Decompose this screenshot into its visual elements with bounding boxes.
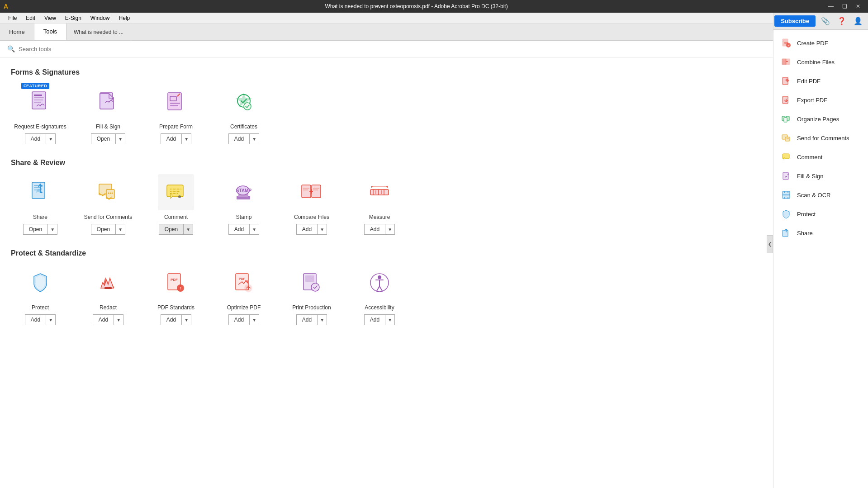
add-arrow-redact[interactable]: ▼ xyxy=(114,314,123,325)
tool-optimize-pdf: PDF Optimize PDF Add ▼ xyxy=(214,265,273,325)
user-icon[interactable]: 👤 xyxy=(852,15,864,27)
tool-print-production: Print Production Add ▼ xyxy=(282,265,341,325)
rp-protect[interactable]: Protect xyxy=(773,204,868,223)
rp-edit-pdf[interactable]: Edit PDF xyxy=(773,71,868,90)
create-pdf-icon: PDF+ xyxy=(781,38,792,48)
rp-organize-pages[interactable]: Organize Pages xyxy=(773,109,868,128)
restore-button[interactable]: ❑ xyxy=(838,0,851,13)
add-button-redact[interactable]: Add xyxy=(93,314,114,325)
open-button-send-for-comments[interactable]: Open xyxy=(91,224,116,235)
add-button-accessibility[interactable]: Add xyxy=(364,314,385,325)
menu-view[interactable]: View xyxy=(40,13,61,24)
add-button-stamp[interactable]: Add xyxy=(228,224,250,235)
svg-rect-7 xyxy=(168,93,181,110)
open-arrow-send-for-comments[interactable]: ▼ xyxy=(116,224,125,235)
open-arrow-fill-sign[interactable]: ▼ xyxy=(116,133,125,144)
add-arrow-protect[interactable]: ▼ xyxy=(46,314,56,325)
stamp-icon: STAMP xyxy=(232,180,256,204)
tool-name-prepare-form: Prepare Form xyxy=(159,123,193,130)
svg-text:!: ! xyxy=(180,286,181,290)
comment-icon xyxy=(164,180,188,204)
tool-name-fill-sign: Fill & Sign xyxy=(96,123,120,130)
rp-send-for-comments-label: Send for Comments xyxy=(797,135,849,142)
subscribe-button[interactable]: Subscribe xyxy=(774,15,816,27)
add-arrow-accessibility[interactable]: ▼ xyxy=(385,314,395,325)
tool-buttons-share: Open ▼ xyxy=(23,224,57,235)
tool-icon-pdf-standards: PDF ! xyxy=(158,265,194,301)
add-button-optimize-pdf[interactable]: Add xyxy=(228,314,250,325)
add-arrow-print-production[interactable]: ▼ xyxy=(318,314,327,325)
add-arrow-prepare-form[interactable]: ▼ xyxy=(182,133,191,144)
tool-buttons-accessibility: Add ▼ xyxy=(364,314,395,325)
menu-help[interactable]: Help xyxy=(114,13,135,24)
open-button-fill-sign[interactable]: Open xyxy=(91,133,116,144)
rp-scan-ocr-icon xyxy=(781,190,792,200)
add-button-prepare-form[interactable]: Add xyxy=(161,133,182,144)
svg-rect-55 xyxy=(305,275,314,282)
search-input[interactable] xyxy=(19,46,860,52)
svg-point-22 xyxy=(110,193,111,194)
tool-name-stamp: Stamp xyxy=(236,214,252,220)
redact-icon xyxy=(96,271,120,294)
open-arrow-share[interactable]: ▼ xyxy=(48,224,57,235)
close-button[interactable]: ✕ xyxy=(852,0,864,13)
menu-edit[interactable]: Edit xyxy=(21,13,40,24)
add-button-certificates[interactable]: Add xyxy=(228,133,250,144)
right-panel-top: Subscribe 📎 ❓ 👤 xyxy=(773,13,868,30)
add-arrow-optimize-pdf[interactable]: ▼ xyxy=(250,314,259,325)
svg-rect-4 xyxy=(34,102,41,103)
measure-icon xyxy=(368,180,391,204)
help-icon[interactable]: ❓ xyxy=(835,15,848,27)
minimize-button[interactable]: — xyxy=(825,0,837,13)
add-arrow-measure[interactable]: ▼ xyxy=(385,224,395,235)
tool-name-send-for-comments: Send for Comments xyxy=(84,214,133,220)
svg-point-58 xyxy=(378,275,381,279)
tool-icon-measure xyxy=(361,174,398,210)
bookmark-icon[interactable]: 📎 xyxy=(819,15,832,27)
svg-rect-3 xyxy=(34,99,43,100)
menu-window[interactable]: Window xyxy=(86,13,114,24)
tool-buttons-measure: Add ▼ xyxy=(364,224,395,235)
add-button-print-production[interactable]: Add xyxy=(296,314,318,325)
rp-combine-files[interactable]: Combine Files xyxy=(773,52,868,71)
tab-home[interactable]: Home xyxy=(0,24,34,40)
tool-share: Share Open ▼ xyxy=(11,174,70,235)
add-button-protect[interactable]: Add xyxy=(25,314,46,325)
open-button-comment[interactable]: Open xyxy=(159,224,184,235)
rp-create-pdf[interactable]: PDF+ Create PDF xyxy=(773,33,868,52)
rp-export-pdf[interactable]: Export PDF xyxy=(773,90,868,109)
rp-protect-label: Protect xyxy=(797,211,816,218)
svg-rect-2 xyxy=(34,97,44,98)
open-button-share[interactable]: Open xyxy=(23,224,48,235)
rp-create-pdf-label: Create PDF xyxy=(797,40,828,47)
tool-icon-request-esignatures: FEATURED xyxy=(22,84,58,120)
rp-share[interactable]: Share xyxy=(773,223,868,242)
add-arrow-compare-files[interactable]: ▼ xyxy=(318,224,327,235)
collapse-panel-button[interactable]: ❮ xyxy=(767,235,773,253)
add-arrow-pdf-standards[interactable]: ▼ xyxy=(182,314,191,325)
add-button-pdf-standards[interactable]: Add xyxy=(161,314,182,325)
add-arrow-stamp[interactable]: ▼ xyxy=(250,224,259,235)
menu-file[interactable]: File xyxy=(4,13,21,24)
add-button-measure[interactable]: Add xyxy=(364,224,385,235)
svg-rect-67 xyxy=(783,96,788,104)
svg-rect-84 xyxy=(783,230,788,237)
tool-request-esignatures: FEATURED Request E-signatures Add xyxy=(11,84,70,144)
section-protect-standardize: Protect & Standardize xyxy=(11,249,857,257)
add-button-request-esignatures[interactable]: Add xyxy=(25,133,46,144)
rp-fill-sign[interactable]: Fill & Sign xyxy=(773,166,868,185)
add-arrow-certificates[interactable]: ▼ xyxy=(250,133,259,144)
rp-comment[interactable]: Comment xyxy=(773,147,868,166)
featured-badge: FEATURED xyxy=(21,83,49,89)
rp-send-for-comments[interactable]: Send for Comments xyxy=(773,128,868,147)
tab-tools[interactable]: Tools xyxy=(34,24,66,40)
rp-scan-ocr[interactable]: Scan & OCR xyxy=(773,185,868,204)
tab-file[interactable]: What is needed to ... xyxy=(66,24,131,40)
rp-protect-icon xyxy=(781,208,792,219)
add-arrow-request-esignatures[interactable]: ▼ xyxy=(46,133,56,144)
add-button-compare-files[interactable]: Add xyxy=(296,224,318,235)
menu-esign[interactable]: E-Sign xyxy=(61,13,86,24)
open-arrow-comment[interactable]: ▼ xyxy=(184,224,193,235)
tool-name-measure: Measure xyxy=(369,214,390,220)
organize-pages-icon xyxy=(781,114,792,124)
